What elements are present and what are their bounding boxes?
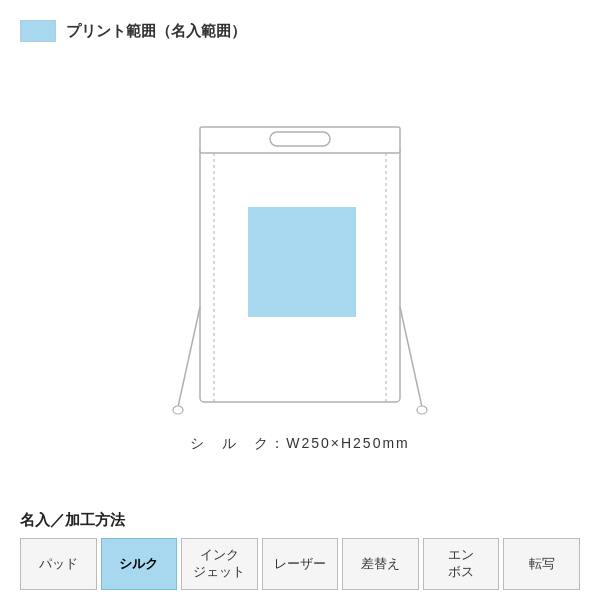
method-btn-laser[interactable]: レーザー (262, 538, 339, 590)
svg-point-4 (173, 406, 183, 414)
svg-line-3 (178, 307, 200, 407)
bag-diagram (170, 107, 430, 427)
method-buttons: パッドシルクインクジェットレーザー差替えエンボス転写 (20, 538, 580, 590)
legend: プリント範囲（名入範囲） (20, 20, 580, 42)
method-btn-tensha[interactable]: 転写 (503, 538, 580, 590)
method-btn-pad[interactable]: パッド (20, 538, 97, 590)
svg-rect-2 (270, 132, 330, 146)
legend-label: プリント範囲（名入範囲） (66, 22, 246, 41)
page: プリント範囲（名入範囲） (0, 0, 600, 600)
svg-line-5 (400, 307, 422, 407)
legend-swatch (20, 20, 56, 42)
method-title: 名入／加工方法 (20, 511, 580, 530)
method-btn-silk[interactable]: シルク (101, 538, 178, 590)
method-btn-emboss[interactable]: エンボス (423, 538, 500, 590)
dimension-label: シ ル ク：W250×H250mm (190, 435, 410, 453)
svg-rect-9 (248, 207, 356, 317)
method-btn-inkjet[interactable]: インクジェット (181, 538, 258, 590)
diagram-area: シ ル ク：W250×H250mm (20, 58, 580, 501)
svg-point-6 (417, 406, 427, 414)
method-btn-sashikae[interactable]: 差替え (342, 538, 419, 590)
method-section: 名入／加工方法 パッドシルクインクジェットレーザー差替えエンボス転写 (20, 511, 580, 590)
